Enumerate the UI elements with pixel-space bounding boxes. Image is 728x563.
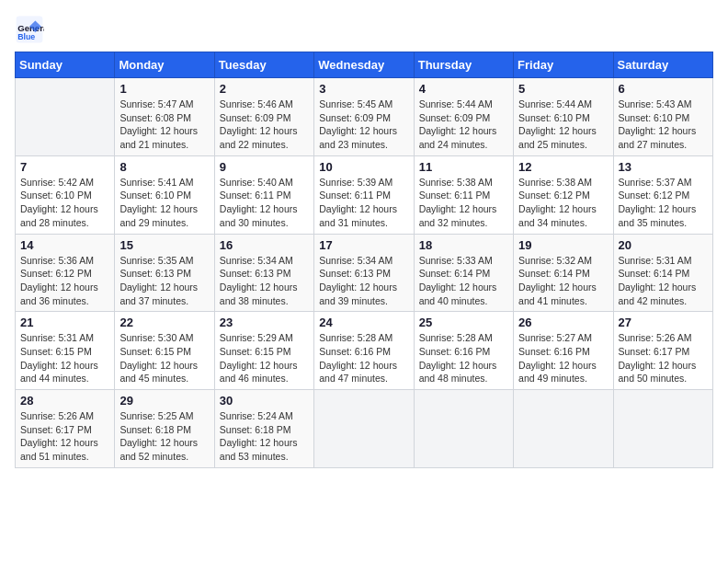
day-number: 27 (619, 316, 708, 329)
day-detail: Sunrise: 5:46 AM Sunset: 6:09 PM Dayligh… (220, 98, 309, 152)
svg-text:Blue: Blue (17, 32, 35, 41)
day-detail: Sunrise: 5:37 AM Sunset: 6:12 PM Dayligh… (619, 176, 708, 230)
calendar-header: SundayMondayTuesdayWednesdayThursdayFrid… (16, 52, 713, 78)
day-cell-2: 2Sunrise: 5:46 AM Sunset: 6:09 PM Daylig… (214, 78, 313, 156)
day-number: 25 (419, 316, 508, 329)
day-number: 23 (220, 316, 309, 329)
logo-icon: General Blue (15, 15, 44, 44)
day-cell-16: 16Sunrise: 5:34 AM Sunset: 6:13 PM Dayli… (214, 234, 313, 312)
header: General Blue (15, 15, 713, 44)
day-number: 19 (518, 238, 608, 252)
day-number: 16 (220, 238, 309, 252)
day-detail: Sunrise: 5:34 AM Sunset: 6:13 PM Dayligh… (319, 254, 408, 308)
day-number: 12 (518, 160, 608, 174)
day-detail: Sunrise: 5:34 AM Sunset: 6:13 PM Dayligh… (220, 254, 309, 308)
day-number: 14 (20, 238, 109, 252)
day-cell-10: 10Sunrise: 5:39 AM Sunset: 6:11 PM Dayli… (314, 155, 414, 234)
day-cell-14: 14Sunrise: 5:36 AM Sunset: 6:12 PM Dayli… (16, 234, 115, 312)
day-number: 10 (319, 160, 408, 174)
day-cell-11: 11Sunrise: 5:38 AM Sunset: 6:11 PM Dayli… (414, 155, 513, 234)
day-detail: Sunrise: 5:44 AM Sunset: 6:10 PM Dayligh… (518, 98, 608, 152)
day-cell-8: 8Sunrise: 5:41 AM Sunset: 6:10 PM Daylig… (115, 155, 214, 234)
day-detail: Sunrise: 5:27 AM Sunset: 6:16 PM Dayligh… (518, 331, 608, 385)
day-number: 11 (419, 160, 508, 174)
day-number: 7 (20, 160, 109, 174)
day-number: 28 (20, 394, 109, 408)
day-number: 29 (119, 394, 209, 408)
day-detail: Sunrise: 5:39 AM Sunset: 6:11 PM Dayligh… (319, 176, 408, 230)
day-detail: Sunrise: 5:43 AM Sunset: 6:10 PM Dayligh… (619, 98, 708, 152)
day-detail: Sunrise: 5:33 AM Sunset: 6:14 PM Dayligh… (419, 254, 508, 308)
col-header-sunday: Sunday (16, 52, 115, 78)
empty-cell (16, 78, 115, 156)
day-number: 6 (619, 82, 708, 96)
week-row-2: 7Sunrise: 5:42 AM Sunset: 6:10 PM Daylig… (16, 155, 713, 234)
col-header-friday: Friday (514, 52, 613, 78)
day-detail: Sunrise: 5:29 AM Sunset: 6:15 PM Dayligh… (220, 331, 309, 385)
day-detail: Sunrise: 5:28 AM Sunset: 6:16 PM Dayligh… (419, 331, 508, 385)
day-cell-18: 18Sunrise: 5:33 AM Sunset: 6:14 PM Dayli… (414, 234, 513, 312)
day-detail: Sunrise: 5:32 AM Sunset: 6:14 PM Dayligh… (518, 254, 608, 308)
day-detail: Sunrise: 5:31 AM Sunset: 6:15 PM Dayligh… (20, 331, 109, 385)
day-detail: Sunrise: 5:31 AM Sunset: 6:14 PM Dayligh… (619, 254, 708, 308)
day-cell-7: 7Sunrise: 5:42 AM Sunset: 6:10 PM Daylig… (16, 155, 115, 234)
week-row-1: 1Sunrise: 5:47 AM Sunset: 6:08 PM Daylig… (16, 78, 713, 156)
day-cell-28: 28Sunrise: 5:26 AM Sunset: 6:17 PM Dayli… (16, 390, 115, 468)
day-cell-6: 6Sunrise: 5:43 AM Sunset: 6:10 PM Daylig… (613, 78, 712, 156)
day-detail: Sunrise: 5:26 AM Sunset: 6:17 PM Dayligh… (619, 331, 708, 385)
empty-cell (514, 390, 613, 468)
day-cell-26: 26Sunrise: 5:27 AM Sunset: 6:16 PM Dayli… (514, 312, 613, 390)
day-cell-17: 17Sunrise: 5:34 AM Sunset: 6:13 PM Dayli… (314, 234, 414, 312)
day-detail: Sunrise: 5:26 AM Sunset: 6:17 PM Dayligh… (20, 409, 109, 464)
week-row-5: 28Sunrise: 5:26 AM Sunset: 6:17 PM Dayli… (16, 390, 713, 468)
day-cell-27: 27Sunrise: 5:26 AM Sunset: 6:17 PM Dayli… (613, 312, 712, 390)
day-number: 17 (319, 238, 408, 252)
day-number: 3 (319, 82, 408, 96)
day-cell-19: 19Sunrise: 5:32 AM Sunset: 6:14 PM Dayli… (514, 234, 613, 312)
empty-cell (414, 390, 513, 468)
day-cell-22: 22Sunrise: 5:30 AM Sunset: 6:15 PM Dayli… (115, 312, 214, 390)
day-number: 4 (419, 82, 508, 96)
day-detail: Sunrise: 5:28 AM Sunset: 6:16 PM Dayligh… (319, 331, 408, 385)
day-cell-20: 20Sunrise: 5:31 AM Sunset: 6:14 PM Dayli… (613, 234, 712, 312)
col-header-wednesday: Wednesday (314, 52, 414, 78)
logo: General Blue (15, 15, 48, 44)
day-number: 21 (20, 316, 109, 329)
day-cell-1: 1Sunrise: 5:47 AM Sunset: 6:08 PM Daylig… (115, 78, 214, 156)
day-cell-3: 3Sunrise: 5:45 AM Sunset: 6:09 PM Daylig… (314, 78, 414, 156)
day-number: 15 (119, 238, 209, 252)
calendar-body: 1Sunrise: 5:47 AM Sunset: 6:08 PM Daylig… (16, 78, 713, 468)
day-cell-23: 23Sunrise: 5:29 AM Sunset: 6:15 PM Dayli… (214, 312, 313, 390)
day-detail: Sunrise: 5:25 AM Sunset: 6:18 PM Dayligh… (119, 409, 209, 464)
week-row-3: 14Sunrise: 5:36 AM Sunset: 6:12 PM Dayli… (16, 234, 713, 312)
day-number: 18 (419, 238, 508, 252)
day-cell-30: 30Sunrise: 5:24 AM Sunset: 6:18 PM Dayli… (214, 390, 313, 468)
day-cell-9: 9Sunrise: 5:40 AM Sunset: 6:11 PM Daylig… (214, 155, 313, 234)
day-detail: Sunrise: 5:30 AM Sunset: 6:15 PM Dayligh… (119, 331, 209, 385)
day-cell-13: 13Sunrise: 5:37 AM Sunset: 6:12 PM Dayli… (613, 155, 712, 234)
day-number: 24 (319, 316, 408, 329)
day-detail: Sunrise: 5:35 AM Sunset: 6:13 PM Dayligh… (119, 254, 209, 308)
col-header-monday: Monday (115, 52, 214, 78)
day-cell-25: 25Sunrise: 5:28 AM Sunset: 6:16 PM Dayli… (414, 312, 513, 390)
empty-cell (314, 390, 414, 468)
col-header-tuesday: Tuesday (214, 52, 313, 78)
day-number: 30 (220, 394, 309, 408)
day-cell-15: 15Sunrise: 5:35 AM Sunset: 6:13 PM Dayli… (115, 234, 214, 312)
day-number: 2 (220, 82, 309, 96)
day-cell-12: 12Sunrise: 5:38 AM Sunset: 6:12 PM Dayli… (514, 155, 613, 234)
day-number: 1 (119, 82, 209, 96)
week-row-4: 21Sunrise: 5:31 AM Sunset: 6:15 PM Dayli… (16, 312, 713, 390)
day-detail: Sunrise: 5:24 AM Sunset: 6:18 PM Dayligh… (220, 409, 309, 464)
day-cell-29: 29Sunrise: 5:25 AM Sunset: 6:18 PM Dayli… (115, 390, 214, 468)
day-cell-24: 24Sunrise: 5:28 AM Sunset: 6:16 PM Dayli… (314, 312, 414, 390)
day-number: 20 (619, 238, 708, 252)
calendar-table: SundayMondayTuesdayWednesdayThursdayFrid… (15, 52, 713, 468)
day-number: 22 (119, 316, 209, 329)
day-cell-21: 21Sunrise: 5:31 AM Sunset: 6:15 PM Dayli… (16, 312, 115, 390)
day-detail: Sunrise: 5:38 AM Sunset: 6:11 PM Dayligh… (419, 176, 508, 230)
col-header-saturday: Saturday (613, 52, 712, 78)
day-cell-4: 4Sunrise: 5:44 AM Sunset: 6:09 PM Daylig… (414, 78, 513, 156)
day-number: 9 (220, 160, 309, 174)
day-detail: Sunrise: 5:40 AM Sunset: 6:11 PM Dayligh… (220, 176, 309, 230)
